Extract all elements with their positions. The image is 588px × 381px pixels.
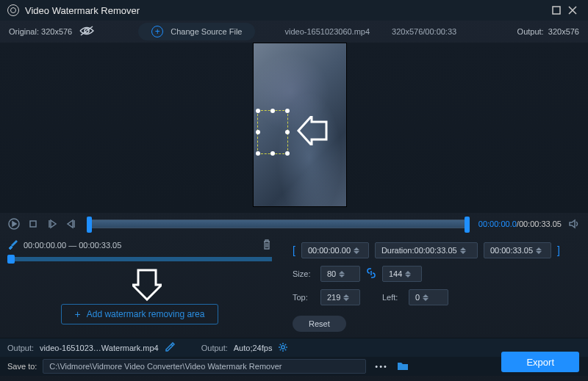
output-file-label: Output: xyxy=(7,344,34,352)
end-time-input[interactable]: 00:00:33.05 xyxy=(484,242,551,258)
preview-toggle-icon[interactable] xyxy=(79,26,94,37)
svg-rect-0 xyxy=(553,7,560,14)
info-bar: Original: 320x576 + Change Source File v… xyxy=(0,21,588,43)
stop-button[interactable] xyxy=(26,217,40,231)
maximize-button[interactable] xyxy=(548,2,564,18)
title-bar: Video Watermark Remover xyxy=(0,0,588,21)
duration-input[interactable]: Duration:00:00:33.05 xyxy=(375,242,478,258)
edit-output-name-button[interactable] xyxy=(165,342,175,354)
bracket-right-icon: ] xyxy=(557,244,560,256)
range-start: 00:00:00.00 xyxy=(24,241,66,250)
svg-rect-3 xyxy=(30,221,36,227)
video-preview[interactable] xyxy=(0,43,588,213)
size-label: Size: xyxy=(293,269,315,278)
output-format-label: Output: xyxy=(201,344,228,352)
left-label: Left: xyxy=(382,293,403,302)
range-track[interactable] xyxy=(7,257,272,261)
add-watermark-area-button[interactable]: + Add watermark removing area xyxy=(61,304,219,324)
timecode-display: 00:00:00.0/00:00:33.05 xyxy=(478,219,562,228)
range-row: 00:00:00.00 — 00:00:33.05 xyxy=(7,239,272,251)
bracket-left-icon: [ xyxy=(293,244,295,256)
output-settings-button[interactable] xyxy=(278,342,288,354)
annotation-arrow-icon xyxy=(295,116,328,148)
source-file-name: video-1651023060.mp4 xyxy=(284,27,370,36)
svg-point-4 xyxy=(282,345,284,348)
top-label: Top: xyxy=(293,293,315,302)
change-source-label: Change Source File xyxy=(171,27,242,36)
playback-bar: 00:00:00.0/00:00:33.05 xyxy=(0,213,588,235)
app-logo-icon xyxy=(7,4,19,16)
timeline-slider[interactable] xyxy=(88,219,468,228)
top-input[interactable]: 219 xyxy=(320,289,360,305)
watermark-ranges-panel: 00:00:00.00 — 00:00:33.05 + Add watermar… xyxy=(0,235,279,338)
volume-button[interactable] xyxy=(567,217,581,231)
output-format-value: Auto;24fps xyxy=(234,344,273,352)
open-folder-button[interactable] xyxy=(397,360,409,372)
browse-path-button[interactable]: ••• xyxy=(372,362,391,371)
play-button[interactable] xyxy=(7,217,21,231)
add-watermark-label: Add watermark removing area xyxy=(87,309,205,319)
original-dims: 320x576 xyxy=(41,27,72,36)
reset-button[interactable]: Reset xyxy=(293,316,346,332)
close-button[interactable] xyxy=(564,2,581,18)
plus-icon: + xyxy=(75,309,81,319)
watermark-selection-box[interactable] xyxy=(257,110,288,154)
range-end: 00:00:33.05 xyxy=(79,241,121,250)
change-source-button[interactable]: + Change Source File xyxy=(138,23,255,40)
watermark-params-panel: [ 00:00:00.00 Duration:00:00:33.05 00:00… xyxy=(279,235,588,338)
output-label: Output: xyxy=(517,27,544,36)
output-file-value: video-1651023…Watermark.mp4 xyxy=(40,344,159,352)
original-label: Original: xyxy=(9,27,39,36)
brush-icon xyxy=(7,239,18,251)
trim-handle-end[interactable] xyxy=(465,217,470,233)
save-row: Save to: C:\Vidmore\Vidmore Video Conver… xyxy=(0,357,588,376)
save-to-label: Save to: xyxy=(7,362,37,371)
trim-handle-start[interactable] xyxy=(87,217,92,233)
save-path-input[interactable]: C:\Vidmore\Vidmore Video Converter\Video… xyxy=(43,359,366,374)
size-height-input[interactable]: 144 xyxy=(382,266,422,282)
export-button[interactable]: Export xyxy=(501,352,579,372)
annotation-arrow-down-icon xyxy=(132,269,162,303)
size-width-input[interactable]: 80 xyxy=(320,266,360,282)
step-back-button[interactable] xyxy=(65,217,78,231)
left-input[interactable]: 0 xyxy=(409,289,448,305)
plus-circle-icon: + xyxy=(151,26,163,37)
output-options-row: Output: video-1651023…Watermark.mp4 Outp… xyxy=(0,338,588,357)
app-title: Video Watermark Remover xyxy=(25,5,548,16)
link-aspect-icon[interactable] xyxy=(366,268,376,280)
output-dims: 320x576 xyxy=(548,27,579,36)
delete-range-button[interactable] xyxy=(262,239,272,251)
source-dims-time: 320x576/00:00:33 xyxy=(392,27,456,36)
step-forward-button[interactable] xyxy=(46,217,59,231)
start-time-input[interactable]: 00:00:00.00 xyxy=(301,242,369,258)
